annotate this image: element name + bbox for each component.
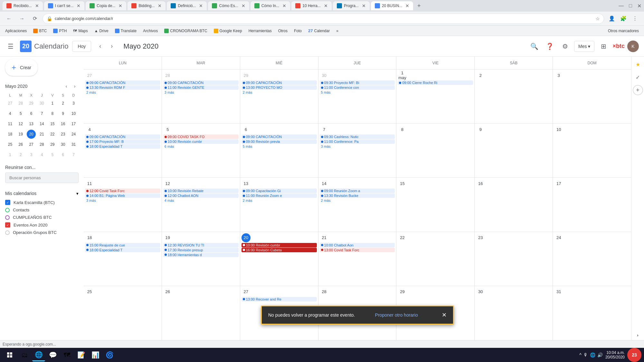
minimize-button[interactable]: — [619,3,624,9]
more-events-13[interactable]: 2 más [242,198,317,203]
bookmark-more[interactable]: » [334,27,341,34]
taskbar-network-icon[interactable]: 🌐 [590,352,595,357]
more-events-27apr[interactable]: 2 más [85,90,160,95]
tab-9[interactable]: Progra... ✕ [333,1,370,10]
event-21-2[interactable]: 13:00 Covid Task Forc [320,248,395,252]
mini-day-3-jun[interactable]: 3 [27,150,36,159]
event-12-1[interactable]: 10:00 Revisión Rebate [163,189,239,193]
event-1may-1[interactable]: 09:00 Cierre Roche Ri [398,80,473,85]
day-number-23[interactable]: 23 [476,233,485,242]
mini-day-19[interactable]: 19 [16,130,25,139]
more-events-7[interactable]: 3 más [320,144,395,149]
mini-day-5[interactable]: 5 [16,109,25,118]
taskbar-app-word[interactable]: 📝 [75,348,88,361]
event-21-1[interactable]: 10:00 Chatbot Aon [320,243,395,247]
day-number-4[interactable]: 4 [85,125,94,134]
event-28apr-1[interactable]: 09:00 CAPACITACIÓN [163,80,239,85]
tab-2-close[interactable]: ✕ [77,3,80,8]
event-13-1[interactable]: 09:00 Capacitación Gi [242,189,317,193]
event-18-2[interactable]: 18:00 Especialidad T [85,248,160,252]
calendar-cumpleanos[interactable]: CUMPLEAÑOS BTC [5,214,79,221]
day-number-7[interactable]: 7 [320,125,329,134]
taskbar-app-maps[interactable]: 🗺 [61,348,73,361]
mini-day-15[interactable]: 15 [48,119,57,128]
day-number-1may[interactable]: 1 may [398,71,407,80]
day-number-16[interactable]: 16 [476,179,485,188]
day-number-27apr[interactable]: 27 [85,71,94,80]
mini-day-17[interactable]: 17 [69,119,78,128]
day-number-2may[interactable]: 2 [476,71,485,80]
mini-day-27-apr[interactable]: 27 [5,99,14,108]
bookmark-translate[interactable]: Translate [112,27,139,34]
mini-day-5-jun[interactable]: 5 [48,150,57,159]
more-options-icon[interactable]: ⋮ [630,14,640,24]
event-28apr-2[interactable]: 11:00 Revisión GENTE [163,85,239,90]
event-29apr-1[interactable]: 09:00 CAPACITACIÓN [242,80,317,85]
mini-day-29[interactable]: 29 [48,140,57,149]
mini-day-30[interactable]: 30 [59,140,68,149]
day-number-26[interactable]: 26 [163,287,172,296]
tab-3-close[interactable]: ✕ [118,3,122,8]
my-calendars-header[interactable]: Mis calendarios ▾ [5,188,79,199]
event-4-1[interactable]: 09:00 CAPACITACIÓN [85,135,160,139]
event-12-2[interactable]: 12:00 Chatbot AON [163,193,239,198]
forward-button[interactable]: → [17,14,27,24]
snackbar-close-button[interactable]: ✕ [442,311,447,319]
more-events-30apr[interactable]: 5 más [320,90,395,95]
mini-day-29-apr[interactable]: 29 [27,99,36,108]
prev-month-button[interactable]: ‹ [95,41,105,51]
taskbar-clock[interactable]: 10:04 a.m. 20/05/2020 [605,350,625,359]
start-button[interactable] [3,348,17,362]
tab-6[interactable]: Cómo Es... ✕ [208,1,249,10]
taskbar-app-other[interactable]: 🌀 [103,348,116,361]
event-19-2[interactable]: 17:30 Revisión presup [163,248,239,252]
day-number-17[interactable]: 17 [554,179,563,188]
day-number-31may[interactable]: 31 [554,287,563,296]
people-search-input[interactable] [5,172,79,183]
event-7-2[interactable]: 11:00 Conference: Pa [320,139,395,144]
tab-4[interactable]: Bidding... ✕ [128,1,166,10]
mini-day-24[interactable]: 24 [69,130,78,139]
day-number-22[interactable]: 22 [398,233,407,242]
mini-day-11[interactable]: 11 [5,119,14,128]
mini-day-1[interactable]: 1 [48,99,57,108]
more-events-29apr[interactable]: 2 más [242,90,317,95]
mini-day-30-apr[interactable]: 30 [37,99,46,108]
bookmark-keep[interactable]: Google Keep [211,27,245,34]
tab-9-close[interactable]: ✕ [362,3,366,8]
mini-day-25[interactable]: 25 [5,140,14,149]
mini-day-10[interactable]: 10 [69,109,78,118]
day-number-5[interactable]: 5 [163,125,172,134]
apps-grid-button[interactable]: ⊞ [597,40,610,53]
address-bar[interactable]: 🔒 calendar.google.com/calendar/r ☆ [43,14,604,24]
event-13-2[interactable]: 11:00 Reunión Zoom e [242,193,317,198]
calendar-karla[interactable]: ✓ Karla Escamilla (BTC) [5,199,79,206]
mini-prev-button[interactable]: ‹ [62,82,70,90]
day-number-27may[interactable]: 27 [242,287,251,296]
mini-day-21[interactable]: 21 [37,130,46,139]
taskbar-volume-icon[interactable]: 🔊 [597,352,603,357]
event-6-2[interactable]: 09:00 Revisión previa [242,139,317,144]
event-11-2[interactable]: 14:00 B1: Página Web [85,193,160,198]
mini-day-31[interactable]: 31 [69,140,78,149]
tab-1[interactable]: Recibido... ✕ [3,1,43,10]
day-number-19[interactable]: 19 [163,233,172,242]
event-30apr-1[interactable]: 09:30 Proyecto MF: Bi [320,80,395,85]
mini-day-4[interactable]: 4 [5,109,14,118]
event-18-1[interactable]: 15:00 Reajuste de cue [85,243,160,247]
tab-2[interactable]: I can't se... ✕ [44,1,85,10]
day-number-3may[interactable]: 3 [554,71,563,80]
mini-day-22[interactable]: 22 [48,130,57,139]
tab-8[interactable]: 10 Herra... ✕ [291,1,332,10]
star-icon[interactable]: ☆ [596,16,600,21]
bookmark-maps[interactable]: 🗺 Maps [71,27,90,34]
event-27may-1[interactable]: 13:00 Recover and Re [242,297,317,302]
settings-button[interactable]: ⚙ [559,40,572,53]
taskbar-app-excel[interactable]: 📊 [89,348,102,361]
bookmark-btc[interactable]: BTC [31,27,49,34]
mini-day-9[interactable]: 9 [59,109,68,118]
event-20-2[interactable]: 16:00 Revisión Cubeta [242,248,317,252]
tab-5-close[interactable]: ✕ [199,3,203,8]
new-tab-button[interactable]: + [414,1,423,10]
snackbar-action-button[interactable]: Proponer otro horario [375,312,418,318]
